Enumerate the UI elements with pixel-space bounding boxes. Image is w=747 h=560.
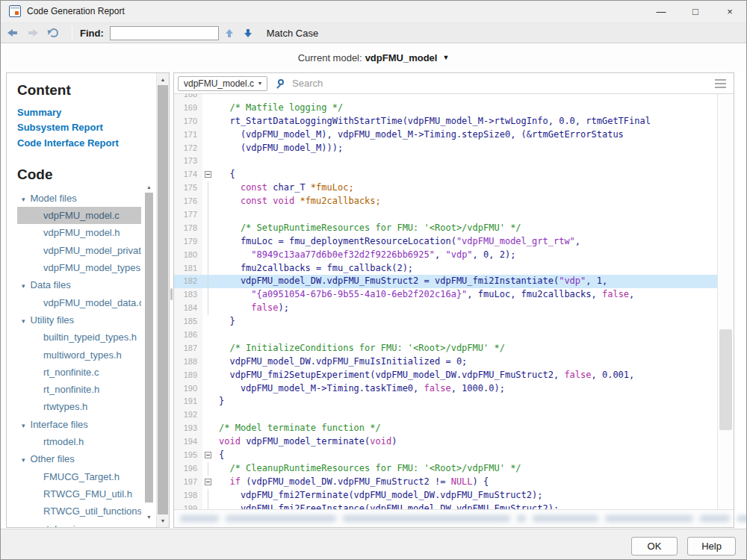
help-button[interactable]: Help — [687, 537, 736, 556]
refresh-button[interactable] — [45, 25, 63, 41]
file-tree-category[interactable]: ▾Model files — [17, 190, 141, 207]
code-line[interactable]: 179 fmuLoc = fmu_deploymentResourceLocat… — [174, 235, 717, 249]
file-tree-item[interactable]: vdpFMU_model.c — [17, 207, 141, 224]
code-text — [216, 208, 219, 222]
hamburger-menu-icon[interactable] — [715, 79, 726, 88]
code-line[interactable]: 174 { — [174, 168, 717, 181]
scroll-up-icon[interactable]: ▲ — [143, 182, 155, 192]
fold-column — [202, 302, 216, 315]
file-tree-item[interactable]: RTWCG_util_functions.h — [17, 503, 141, 520]
file-tree-item[interactable]: vdpFMU_model.h — [17, 224, 141, 241]
code-line[interactable]: 172 (vdpFMU_model_M))); — [174, 142, 717, 155]
file-tree-item[interactable]: RTWCG_FMU_util.h — [17, 485, 141, 503]
file-tree-item[interactable]: vdpFMU_model_data.c — [17, 294, 141, 311]
file-tree-item[interactable]: FMUCG_Target.h — [17, 468, 141, 485]
code-line[interactable]: 197 if (vdpFMU_model_DW.vdpFMU_FmuStruct… — [174, 476, 717, 489]
code-line[interactable]: 176 const void *fmu2callbacks; — [174, 195, 717, 208]
scroll-down-icon[interactable]: ▼ — [157, 515, 169, 526]
fold-toggle-icon[interactable] — [205, 479, 211, 485]
back-button[interactable] — [3, 25, 21, 41]
file-tree-category[interactable]: ▾Utility files — [17, 311, 141, 329]
code-line[interactable]: 196 /* CleanupRuntimeResources for FMU: … — [174, 462, 717, 476]
file-tree-item[interactable]: vdpFMU_model_private.h — [17, 242, 141, 259]
scrollbar-thumb[interactable] — [719, 329, 732, 430]
file-tree-item[interactable]: rt_nonfinite.h — [17, 381, 141, 398]
scroll-down-icon[interactable]: ▼ — [143, 512, 155, 522]
sidebar-scrollbar[interactable]: ▲ ▼ — [156, 73, 169, 527]
fold-column — [202, 462, 216, 476]
line-number: 173 — [174, 155, 202, 168]
code-line[interactable]: 188 vdpFMU_model_DW.vdpFMU_FmuIsInitiali… — [174, 355, 717, 369]
code-line[interactable]: 190 vdpFMU_model_M->Timing.taskTime0, fa… — [174, 382, 717, 396]
find-next-button[interactable] — [240, 25, 256, 41]
sidebar-link-subsystem-report[interactable]: Subsystem Report — [17, 120, 156, 135]
code-line[interactable]: 182 vdpFMU_model_DW.vdpFMU_FmuStruct2 = … — [174, 275, 717, 288]
file-tree-category[interactable]: ▾Data files — [17, 276, 141, 293]
sidebar-link-code-interface-report[interactable]: Code Interface Report — [17, 136, 156, 151]
forward-arrow-icon — [28, 29, 38, 37]
code-line[interactable]: 183 "{a0951054-67b6-9b55-4a10-6eb2f202c1… — [174, 288, 717, 302]
code-line[interactable]: 184 false); — [174, 302, 717, 315]
forward-button[interactable] — [24, 25, 42, 41]
file-tree-item[interactable]: rtwtypes.h — [17, 398, 141, 415]
code-text — [216, 155, 219, 168]
scrollbar-thumb[interactable] — [145, 193, 153, 503]
file-tree-item[interactable]: multiword_types.h — [17, 346, 141, 364]
file-tree-item[interactable]: rtmodel.h — [17, 433, 141, 450]
sidebar-link-summary[interactable]: Summary — [17, 105, 156, 120]
code-scrollbar[interactable] — [717, 94, 734, 509]
fold-toggle-icon[interactable] — [205, 452, 211, 458]
code-line[interactable]: 180 "8949c13aa77d6b0ef32d2f9226bb6925", … — [174, 249, 717, 262]
code-line[interactable]: 194void vdpFMU_model_terminate(void) — [174, 435, 717, 449]
code-line[interactable]: 181 fmu2callbacks = fmu_callback(2); — [174, 262, 717, 276]
code-line[interactable]: 193/* Model terminate function */ — [174, 422, 717, 435]
code-text: vdpFMU_fmi2FreeInstance(vdpFMU_model_DW.… — [216, 503, 559, 509]
current-model-dropdown-caret-icon[interactable]: ▼ — [442, 54, 449, 61]
code-line[interactable]: 178 /* SetupRuntimeResources for FMU: '<… — [174, 222, 717, 235]
file-tree-item[interactable]: rt_logging.c — [17, 520, 141, 527]
code-line[interactable]: 185 } — [174, 315, 717, 329]
code-line[interactable]: 177 — [174, 208, 717, 222]
line-number: 179 — [174, 235, 202, 249]
code-text: if (vdpFMU_model_DW.vdpFMU_FmuStruct2 !=… — [216, 476, 489, 489]
line-number: 194 — [174, 435, 202, 449]
collapse-caret-icon: ▾ — [22, 422, 25, 429]
code-line[interactable]: 191} — [174, 395, 717, 408]
code-line[interactable]: 192 — [174, 408, 717, 422]
find-input[interactable] — [110, 26, 219, 40]
code-line[interactable]: 195{ — [174, 449, 717, 462]
code-line[interactable]: 168 — [174, 94, 717, 102]
code-line[interactable]: 189 vdpFMU_fmi2SetupExperiment(vdpFMU_mo… — [174, 369, 717, 382]
line-number: 169 — [174, 102, 202, 115]
line-number: 170 — [174, 115, 202, 128]
scroll-up-icon[interactable]: ▲ — [157, 74, 169, 85]
match-case-toggle[interactable]: Match Case — [267, 28, 318, 39]
code-line[interactable]: 198 vdpFMU_fmi2Terminate(vdpFMU_model_DW… — [174, 489, 717, 503]
code-line[interactable]: 169 /* Matfile logging */ — [174, 102, 717, 115]
code-line[interactable]: 199 vdpFMU_fmi2FreeInstance(vdpFMU_model… — [174, 503, 717, 509]
file-tree-scrollbar[interactable]: ▲ ▼ — [143, 182, 155, 522]
file-tree-item[interactable]: builtin_typeid_types.h — [17, 329, 141, 346]
code-line[interactable]: 175 const char_T *fmuLoc; — [174, 181, 717, 195]
fold-column — [202, 262, 216, 276]
ok-button[interactable]: OK — [631, 537, 678, 556]
code-line[interactable]: 173 — [174, 155, 717, 168]
file-tree-category[interactable]: ▾Interface files — [17, 416, 141, 433]
code-line[interactable]: 186 — [174, 329, 717, 342]
code-line[interactable]: 171 (vdpFMU_model_M), vdpFMU_model_M->Ti… — [174, 128, 717, 142]
file-tree-item[interactable]: rt_nonfinite.c — [17, 364, 141, 381]
file-tree-item[interactable]: vdpFMU_model_types.h — [17, 259, 141, 276]
close-button[interactable]: × — [713, 0, 747, 22]
panel-splitter-handle[interactable] — [170, 288, 173, 300]
code-line[interactable]: 187 /* InitializeConditions for FMU: '<R… — [174, 342, 717, 355]
maximize-button[interactable]: □ — [678, 0, 713, 22]
find-previous-button[interactable] — [221, 25, 238, 41]
file-tree-category[interactable]: ▾Other files — [17, 450, 141, 467]
code-text: /* InitializeConditions for FMU: '<Root>… — [216, 342, 505, 355]
code-line[interactable]: 170 rt_StartDataLoggingWithStartTime(vdp… — [174, 115, 717, 128]
search-input[interactable] — [292, 78, 576, 89]
fold-toggle-icon[interactable] — [205, 171, 211, 178]
minimize-button[interactable]: — — [644, 0, 678, 22]
file-selector-dropdown[interactable]: vdpFMU_model.c ▾ — [178, 76, 267, 91]
scrollbar-thumb[interactable] — [158, 85, 168, 514]
